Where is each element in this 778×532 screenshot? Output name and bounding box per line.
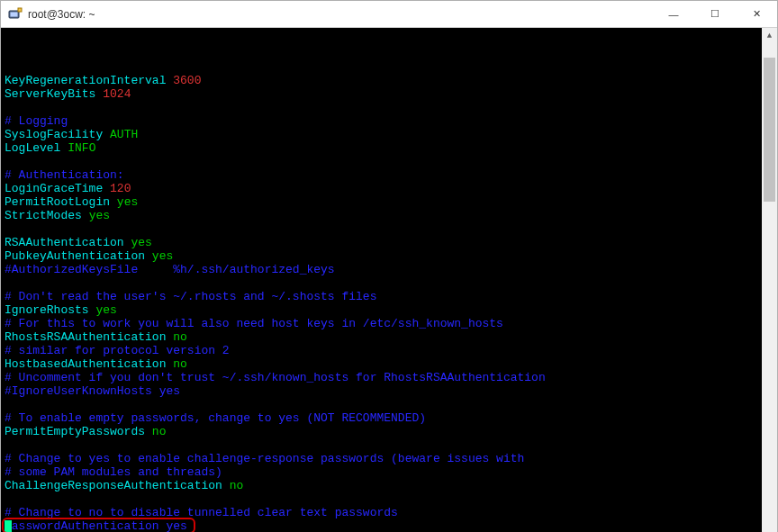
close-button[interactable]: ✕ xyxy=(736,1,777,28)
config-line: SyslogFacility AUTH xyxy=(5,128,758,141)
comment-text: # Don't read the user's ~/.rhosts and ~/… xyxy=(5,290,376,303)
setting-key: ServerKeyBits xyxy=(5,87,95,101)
config-line: PermitRootLogin yes xyxy=(5,195,758,209)
config-line: PubkeyAuthentication yes xyxy=(5,249,758,263)
setting-value: 3600 xyxy=(173,74,201,87)
setting-value: yes xyxy=(152,249,173,263)
setting-key: RSAAuthentication xyxy=(5,236,124,249)
config-line: #AuthorizedKeysFile %h/.ssh/authorized_k… xyxy=(5,263,758,276)
setting-value: yes xyxy=(95,303,116,317)
setting-key: StrictModes xyxy=(5,209,82,222)
config-line: # Don't read the user's ~/.rhosts and ~/… xyxy=(5,290,758,303)
blank-line xyxy=(5,438,758,452)
setting-value: INFO xyxy=(68,141,95,155)
comment-text: # some PAM modules and threads) xyxy=(5,465,222,479)
config-line: # Change to no to disable tunnelled clea… xyxy=(5,506,758,519)
comment-text: # Authentication: xyxy=(5,168,124,182)
setting-value: no xyxy=(230,479,244,492)
blank-line xyxy=(5,398,758,411)
config-line: StrictModes yes xyxy=(5,209,758,222)
comment-text: #AuthorizedKeysFile %h/.ssh/authorized_k… xyxy=(5,263,335,276)
config-line: RhostsRSAAuthentication no xyxy=(5,330,758,344)
comment-text: # Uncomment if you don't trust ~/.ssh/kn… xyxy=(5,371,546,384)
terminal[interactable]: KeyRegenerationInterval 3600ServerKeyBit… xyxy=(1,28,762,532)
comment-text: #IgnoreUserKnownHosts yes xyxy=(5,384,180,398)
svg-rect-2 xyxy=(18,8,22,12)
config-line: # To enable empty passwords, change to y… xyxy=(5,411,758,425)
config-line: #IgnoreUserKnownHosts yes xyxy=(5,384,758,398)
config-line: IgnoreRhosts yes xyxy=(5,303,758,317)
setting-value: yes xyxy=(131,236,151,249)
svg-rect-1 xyxy=(11,12,18,16)
setting-value: no xyxy=(152,425,167,438)
config-line: # Logging xyxy=(5,114,758,128)
comment-text: # similar for protocol version 2 xyxy=(5,344,230,357)
titlebar[interactable]: root@3ocw: ~ — ☐ ✕ xyxy=(1,1,777,28)
config-line: # Uncomment if you don't trust ~/.ssh/kn… xyxy=(5,371,758,384)
config-line: PasswordAuthentication yes xyxy=(5,519,758,532)
setting-value: 1024 xyxy=(103,87,131,101)
setting-value: no xyxy=(173,357,187,371)
setting-key: HostbasedAuthentication xyxy=(5,357,166,371)
text-cursor xyxy=(5,520,12,532)
blank-line xyxy=(5,492,758,506)
config-line: HostbasedAuthentication no xyxy=(5,357,758,371)
maximize-button[interactable]: ☐ xyxy=(694,1,736,28)
setting-key: LoginGraceTime xyxy=(5,182,103,195)
blank-line xyxy=(5,222,758,236)
config-line: # For this to work you will also need ho… xyxy=(5,317,758,330)
config-line: PermitEmptyPasswords no xyxy=(5,425,758,438)
blank-line xyxy=(5,101,758,114)
scroll-up-arrow[interactable]: ▲ xyxy=(762,28,777,43)
comment-text: # To enable empty passwords, change to y… xyxy=(5,411,426,425)
terminal-area: KeyRegenerationInterval 3600ServerKeyBit… xyxy=(1,28,777,532)
config-line: ChallengeResponseAuthentication no xyxy=(5,479,758,492)
comment-text: # Logging xyxy=(5,114,68,128)
setting-key: PermitRootLogin xyxy=(5,195,110,209)
comment-text: # Change to yes to enable challenge-resp… xyxy=(5,452,524,465)
window-title: root@3ocw: ~ xyxy=(28,8,653,21)
comment-text: # For this to work you will also need ho… xyxy=(5,317,503,330)
putty-window: root@3ocw: ~ — ☐ ✕ KeyRegenerationInterv… xyxy=(0,0,778,532)
setting-value: yes xyxy=(117,195,138,209)
setting-key: IgnoreRhosts xyxy=(5,303,89,317)
setting-value: yes xyxy=(89,209,110,222)
setting-value: 120 xyxy=(110,182,131,195)
setting-key: LogLevel xyxy=(5,141,60,155)
cursor-line-text: PasswordAuthentication yes xyxy=(5,519,187,532)
setting-key: PubkeyAuthentication xyxy=(5,249,145,263)
blank-line xyxy=(5,276,758,290)
config-line: LogLevel INFO xyxy=(5,141,758,155)
putty-icon xyxy=(8,7,23,22)
setting-value: AUTH xyxy=(110,128,138,141)
setting-key: PermitEmptyPasswords xyxy=(5,425,145,438)
setting-key: KeyRegenerationInterval xyxy=(5,74,166,87)
setting-key: SyslogFacility xyxy=(5,128,103,141)
comment-text: # Change to no to disable tunnelled clea… xyxy=(5,506,398,519)
blank-line xyxy=(5,155,758,168)
config-line: RSAAuthentication yes xyxy=(5,236,758,249)
scrollbar[interactable]: ▲ ▼ xyxy=(762,28,777,532)
config-line: # Authentication: xyxy=(5,168,758,182)
scrollbar-thumb[interactable] xyxy=(764,58,775,202)
config-line: KeyRegenerationInterval 3600 xyxy=(5,74,758,87)
minimize-button[interactable]: — xyxy=(653,1,694,28)
config-line: LoginGraceTime 120 xyxy=(5,182,758,195)
config-line: # some PAM modules and threads) xyxy=(5,465,758,479)
config-line: # Change to yes to enable challenge-resp… xyxy=(5,452,758,465)
config-line: ServerKeyBits 1024 xyxy=(5,87,758,101)
config-line: # similar for protocol version 2 xyxy=(5,344,758,357)
setting-value: no xyxy=(173,330,187,344)
setting-key: RhostsRSAAuthentication xyxy=(5,330,166,344)
setting-key: ChallengeResponseAuthentication xyxy=(5,479,222,492)
